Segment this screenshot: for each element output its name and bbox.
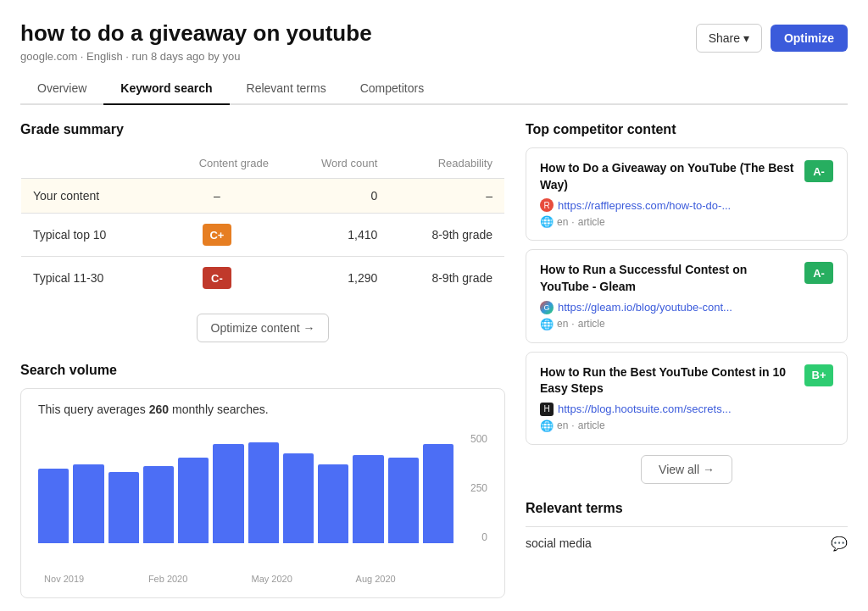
optimize-content-button[interactable]: Optimize content → bbox=[197, 314, 330, 342]
tab-competitors[interactable]: Competitors bbox=[343, 73, 441, 105]
main-content: Grade summary Content grade Word count R… bbox=[20, 122, 848, 598]
header-actions: Share ▾ Optimize bbox=[696, 24, 848, 53]
search-volume-box: This query averages 260 monthly searches… bbox=[20, 388, 505, 598]
bar-7 bbox=[283, 453, 314, 544]
search-volume-title: Search volume bbox=[20, 363, 505, 378]
avg-suffix: monthly searches. bbox=[169, 403, 269, 416]
competitor-card-header-2: How to Run a Successful Contest on YouTu… bbox=[540, 262, 833, 295]
row-badge: – bbox=[153, 179, 281, 214]
competitor-badge-2: A- bbox=[804, 262, 833, 284]
optimize-button[interactable]: Optimize bbox=[771, 25, 848, 52]
table-row: Typical 11-30 C- 1,290 8-9th grade bbox=[21, 257, 505, 300]
x-label-empty2 bbox=[194, 574, 246, 584]
competitor-card-2: How to Run a Successful Contest on YouTu… bbox=[526, 249, 848, 342]
bar-2 bbox=[108, 472, 139, 544]
competitor-badge-3: B+ bbox=[804, 364, 833, 386]
bar-11 bbox=[423, 444, 453, 543]
type-2: article bbox=[578, 318, 605, 330]
competitor-card-header-3: How to Run the Best YouTube Contest in 1… bbox=[540, 364, 833, 397]
gleam-icon: G bbox=[540, 301, 554, 314]
type-1: article bbox=[578, 216, 605, 228]
competitor-title-1: How to Do a Giveaway on YouTube (The Bes… bbox=[540, 160, 798, 193]
page-header: how to do a giveaway on youtube google.c… bbox=[20, 20, 848, 63]
avg-prefix: This query averages bbox=[38, 403, 149, 416]
page-title: how to do a giveaway on youtube bbox=[20, 20, 372, 47]
row-readability: 8-9th grade bbox=[389, 214, 504, 257]
bar-0 bbox=[38, 469, 69, 543]
competitor-meta-2: 🌐 en · article bbox=[540, 318, 833, 330]
row-badge: C+ bbox=[153, 214, 281, 257]
table-row: Your content – 0 – bbox=[21, 179, 505, 214]
table-row: Typical top 10 C+ 1,410 8-9th grade bbox=[21, 214, 505, 257]
competitor-url-2[interactable]: G https://gleam.io/blog/youtube-cont... bbox=[540, 301, 833, 314]
lang-2: en bbox=[557, 318, 568, 330]
top-competitor-title: Top competitor content bbox=[526, 122, 848, 137]
share-button[interactable]: Share ▾ bbox=[696, 24, 762, 53]
relevant-terms-section: Relevant terms social media 💬 bbox=[526, 501, 848, 560]
chart-bars bbox=[38, 433, 487, 543]
search-avg-text: This query averages 260 monthly searches… bbox=[38, 403, 487, 416]
dot-3: · bbox=[571, 419, 574, 431]
tab-relevant-terms[interactable]: Relevant terms bbox=[230, 73, 343, 105]
dot-1: · bbox=[571, 216, 574, 228]
col-header-content-grade: Content grade bbox=[153, 148, 281, 179]
competitor-card-header: How to Do a Giveaway on YouTube (The Bes… bbox=[540, 160, 833, 193]
y-label-0: 0 bbox=[470, 531, 487, 543]
bar-3 bbox=[143, 466, 174, 543]
y-axis: 500 250 0 bbox=[470, 433, 487, 543]
tab-overview[interactable]: Overview bbox=[20, 73, 103, 105]
lang-3: en bbox=[557, 419, 568, 431]
right-panel: Top competitor content How to Do a Givea… bbox=[526, 122, 848, 598]
bar-5 bbox=[213, 444, 243, 543]
bar-10 bbox=[388, 458, 419, 543]
x-label-nov2019: Nov 2019 bbox=[38, 574, 90, 584]
competitor-card-3: How to Run the Best YouTube Contest in 1… bbox=[526, 352, 848, 445]
grade-summary-title: Grade summary bbox=[20, 122, 505, 137]
bar-8 bbox=[318, 464, 348, 544]
bar-6 bbox=[248, 442, 279, 544]
avg-number: 260 bbox=[149, 403, 169, 416]
row-badge: C- bbox=[153, 257, 281, 300]
bar-1 bbox=[73, 464, 103, 544]
col-header-readability: Readability bbox=[389, 148, 504, 179]
x-label-empty3 bbox=[298, 574, 349, 584]
bar-4 bbox=[178, 458, 209, 543]
competitor-badge-1: A- bbox=[804, 160, 833, 182]
col-header-word-count: Word count bbox=[281, 148, 389, 179]
globe-icon-2: 🌐 bbox=[540, 318, 554, 330]
competitor-url-1[interactable]: R https://rafflepress.com/how-to-do-... bbox=[540, 198, 833, 212]
tab-bar: Overview Keyword search Relevant terms C… bbox=[20, 73, 848, 105]
x-labels: Nov 2019 Feb 2020 May 2020 Aug 2020 bbox=[38, 574, 487, 584]
competitor-meta-1: 🌐 en · article bbox=[540, 215, 833, 228]
search-volume-section: Search volume This query averages 260 mo… bbox=[20, 363, 505, 598]
chat-icon[interactable]: 💬 bbox=[831, 536, 848, 552]
view-all-button[interactable]: View all → bbox=[641, 455, 732, 484]
tab-keyword-search[interactable]: Keyword search bbox=[103, 73, 229, 105]
row-word-count: 0 bbox=[281, 179, 389, 214]
competitor-title-2: How to Run a Successful Contest on YouTu… bbox=[540, 262, 798, 295]
row-readability: – bbox=[389, 179, 504, 214]
dot-2: · bbox=[571, 318, 574, 330]
left-panel: Grade summary Content grade Word count R… bbox=[20, 122, 505, 598]
page-meta: google.com · English · run 8 days ago by… bbox=[20, 50, 372, 63]
hootsuite-icon: H bbox=[540, 403, 554, 416]
grade-badge: C- bbox=[203, 267, 231, 289]
list-item: social media 💬 bbox=[526, 526, 848, 560]
lang-1: en bbox=[557, 216, 568, 228]
grade-badge: C+ bbox=[203, 224, 231, 246]
rafflepress-icon: R bbox=[540, 198, 554, 212]
competitor-meta-3: 🌐 en · article bbox=[540, 419, 833, 432]
x-label-feb2020: Feb 2020 bbox=[142, 574, 194, 584]
type-3: article bbox=[578, 419, 605, 431]
competitor-url-3[interactable]: H https://blog.hootsuite.com/secrets... bbox=[540, 403, 833, 416]
grade-table: Content grade Word count Readability You… bbox=[20, 147, 505, 300]
bar-9 bbox=[353, 455, 383, 543]
row-word-count: 1,290 bbox=[281, 257, 389, 300]
x-label-may2020: May 2020 bbox=[246, 574, 298, 584]
row-label: Typical top 10 bbox=[21, 214, 153, 257]
header-left: how to do a giveaway on youtube google.c… bbox=[20, 20, 372, 63]
row-readability: 8-9th grade bbox=[389, 257, 504, 300]
relevant-terms-title: Relevant terms bbox=[526, 501, 848, 516]
globe-icon-3: 🌐 bbox=[540, 419, 554, 432]
chart-area: 500 250 0 bbox=[38, 433, 487, 569]
